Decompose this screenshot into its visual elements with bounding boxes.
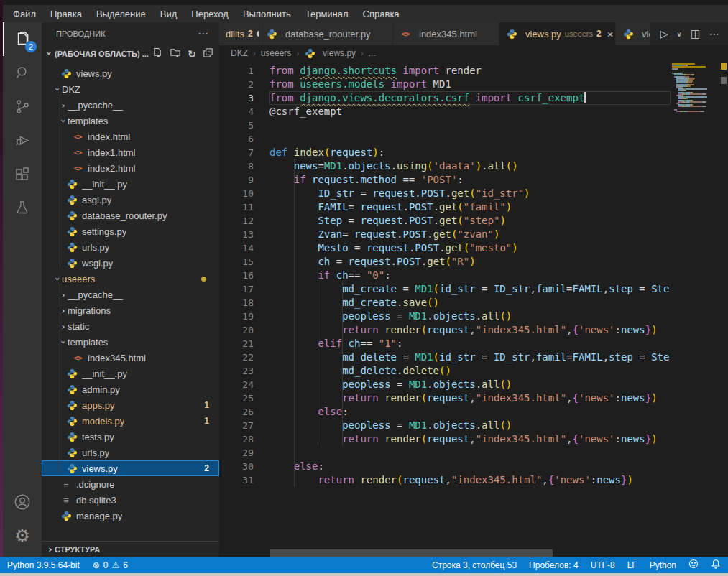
source-control-icon[interactable] xyxy=(3,90,42,124)
explorer-icon[interactable]: 2 xyxy=(3,22,42,56)
line-number: 7 xyxy=(219,146,269,159)
tree-item-asgi-py[interactable]: asgi.py xyxy=(42,192,219,208)
tree-item-static[interactable]: ›static xyxy=(42,318,219,334)
settings-gear-icon[interactable]: ⚙ xyxy=(3,519,42,552)
tree-item-manage-py[interactable]: manage.py xyxy=(42,508,219,524)
python-icon xyxy=(66,179,78,190)
breadcrumb-item-2[interactable]: useeers xyxy=(261,48,292,58)
menu-4[interactable]: Вид xyxy=(153,7,185,21)
tree-item--init-py[interactable]: __init__.py xyxy=(42,366,219,381)
refresh-icon[interactable]: ↻ xyxy=(188,48,196,60)
workspace-section-header[interactable]: › (РАБОЧАЯ ОБЛАСТЬ) ... ↻ xyxy=(42,45,219,62)
editor-more-actions-icon[interactable]: ⋯ xyxy=(709,28,719,40)
line-number: 31 xyxy=(219,473,269,487)
tab-diiits[interactable]: diiits2 xyxy=(219,22,259,45)
run-debug-icon[interactable] xyxy=(3,124,42,157)
line-number: 29 xyxy=(219,446,269,460)
menu-5[interactable]: Переход xyxy=(184,7,236,21)
problems-indicator[interactable]: ⊗ 0 ⚠ 6 xyxy=(93,560,128,570)
explorer-more-actions-icon[interactable]: ⋯ xyxy=(198,27,209,40)
tree-item-index345-html[interactable]: <>index345.html xyxy=(42,350,219,366)
tab-vie[interactable]: vie xyxy=(616,22,650,45)
tab-index345-html[interactable]: <>index345.html xyxy=(393,22,499,45)
tree-item-views-py[interactable]: views.py xyxy=(42,65,219,81)
tree-item-index-html[interactable]: <>index.html xyxy=(42,129,219,144)
error-icon: ⊗ xyxy=(93,560,100,570)
menu-8[interactable]: Справка xyxy=(356,7,407,21)
breadcrumb-item-1[interactable]: DKZ xyxy=(231,48,248,58)
html-icon: <> xyxy=(72,148,83,157)
line-number: 1 xyxy=(219,64,269,78)
menu-7[interactable]: Терминал xyxy=(298,7,356,21)
language-mode[interactable]: Python xyxy=(650,560,676,570)
code-line-28: return render(request,"index345.html",{'… xyxy=(269,432,671,446)
tree-item-tests-py[interactable]: tests.py xyxy=(42,429,219,445)
html-icon: <> xyxy=(72,132,83,141)
breadcrumb-item-3[interactable]: views.py xyxy=(304,48,356,59)
tree-item-urls-py[interactable]: urls.py xyxy=(42,445,219,460)
code-line-6 xyxy=(269,132,671,146)
tab-problems-badge: 2 xyxy=(248,29,253,39)
menu-1[interactable]: Файл xyxy=(6,7,43,21)
encoding[interactable]: UTF-8 xyxy=(591,560,615,570)
tree-item-settings-py[interactable]: settings.py xyxy=(42,223,219,239)
tree-item--dcignore[interactable]: ≡.dcignore xyxy=(42,476,219,492)
tab-problems-badge: 2 xyxy=(596,29,602,39)
testing-icon[interactable] xyxy=(3,191,42,225)
minimap[interactable] xyxy=(671,63,719,121)
status-bar: Python 3.9.5 64-bit ⊗ 0 ⚠ 6 Строка 3, ст… xyxy=(0,557,728,573)
feedback-smiley-icon[interactable] xyxy=(688,559,699,571)
tree-item-index2-html[interactable]: <>index2.html xyxy=(42,160,219,176)
tree-item-admin-py[interactable]: admin.py xyxy=(42,381,219,397)
code-line-1: from django.shortcuts import render xyxy=(269,64,671,78)
menu-6[interactable]: Выполнить xyxy=(236,7,298,21)
notifications-bell-icon[interactable] xyxy=(711,559,721,571)
new-file-icon[interactable] xyxy=(152,47,163,60)
tree-item-templates[interactable]: ›templates xyxy=(42,113,219,129)
tree-item-useeers[interactable]: ›useeers xyxy=(42,271,219,287)
extensions-icon[interactable] xyxy=(3,157,42,191)
tree-item-views-py[interactable]: views.py2 xyxy=(42,460,219,476)
python-icon xyxy=(60,511,72,521)
tree-item-db-sqlite3[interactable]: ≡db.sqlite3 xyxy=(42,492,219,508)
run-dropdown-icon[interactable]: ∨ xyxy=(676,30,681,38)
code-line-20: return render(request,"index345.html",{'… xyxy=(269,323,671,337)
tree-item--init-py[interactable]: __init__.py xyxy=(42,176,219,192)
eol-sequence[interactable]: LF xyxy=(627,560,637,570)
search-icon[interactable] xyxy=(3,56,42,90)
python-interpreter[interactable]: Python 3.9.5 64-bit xyxy=(7,560,80,570)
outline-section-header[interactable]: › СТРУКТУРА xyxy=(42,541,219,557)
collapse-all-icon[interactable] xyxy=(203,47,213,60)
tree-item--pycache-[interactable]: ›__pycache__ xyxy=(42,287,219,302)
tab-views-py[interactable]: views.pyuseeers2× xyxy=(499,22,616,45)
problems-badge: 1 xyxy=(204,400,215,410)
menu-3[interactable]: Выделение xyxy=(89,7,153,21)
code-editor[interactable]: 1234567891011121314151617181920212223242… xyxy=(219,61,728,557)
tree-item-apps-py[interactable]: apps.py1 xyxy=(42,397,219,413)
editor-actions: ▷∨◫⋯ xyxy=(652,22,728,45)
menu-2[interactable]: Правка xyxy=(43,7,89,21)
tree-item-templates[interactable]: ›templates xyxy=(42,334,219,350)
tree-item-database-roouter-py[interactable]: database_roouter.py xyxy=(42,208,219,223)
tree-item-wsgi-py[interactable]: wsgi.py xyxy=(42,255,219,271)
code-line-25: return render(request,"index345.html",{'… xyxy=(269,391,671,405)
split-editor-icon[interactable]: ◫ xyxy=(691,27,701,40)
tree-item-migrations[interactable]: ›migrations xyxy=(42,302,219,318)
indentation[interactable]: Пробелов: 4 xyxy=(529,560,579,570)
tree-item-urls-py[interactable]: urls.py xyxy=(42,239,219,255)
tree-item-dkz[interactable]: ›DKZ xyxy=(42,81,219,97)
python-icon xyxy=(66,242,78,253)
sidebar-explorer: ПРОВОДНИК ⋯ › (РАБОЧАЯ ОБЛАСТЬ) ... xyxy=(42,22,219,557)
account-icon[interactable] xyxy=(3,485,42,519)
problems-badge: 2 xyxy=(204,463,215,473)
tree-item-models-py[interactable]: models.py1 xyxy=(42,413,219,429)
tree-item-index1-html[interactable]: <>index1.html xyxy=(42,144,219,160)
close-tab-icon[interactable]: × xyxy=(607,28,614,40)
new-folder-icon[interactable] xyxy=(170,47,181,60)
tab-database-roouter-py[interactable]: database_roouter.py xyxy=(259,22,393,45)
breadcrumb-item-4[interactable]: ... xyxy=(369,48,376,58)
cursor-position[interactable]: Строка 3, столбец 53 xyxy=(432,560,517,570)
horizontal-scrollbar[interactable] xyxy=(270,549,553,557)
tree-item--pycache-[interactable]: ›__pycache__ xyxy=(42,97,219,113)
run-button[interactable]: ▷ xyxy=(660,28,668,40)
